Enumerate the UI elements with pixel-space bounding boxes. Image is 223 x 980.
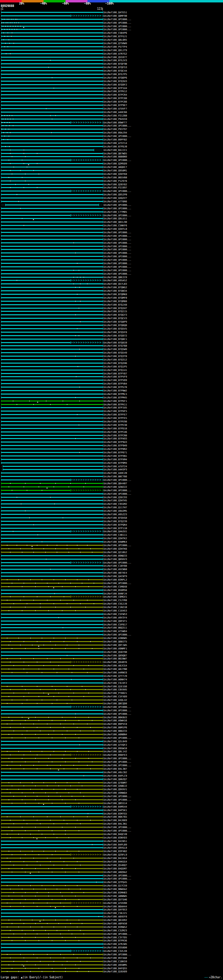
alignment-bar[interactable] — [1, 273, 103, 274]
hit-accession-link[interactable]: UniRef100_B9PFB2 — [103, 138, 127, 141]
hit-accession-link[interactable]: UniRef100_UPI000... — [103, 709, 132, 712]
alignment-bar[interactable] — [1, 387, 103, 388]
alignment-bar[interactable] — [1, 125, 103, 126]
hit-accession-link[interactable]: UniRef100_B7Q5W9 — [103, 348, 127, 351]
alignment-bar[interactable] — [1, 256, 103, 257]
hit-accession-link[interactable]: UniRef100_B7P9E7 — [103, 104, 127, 107]
hit-accession-link[interactable]: UniRef100_B4Q5M7 — [103, 867, 127, 870]
hit-accession-link[interactable]: UniRef100_B8M1P6 — [103, 726, 127, 729]
alignment-bar[interactable] — [1, 727, 103, 728]
alignment-bar[interactable] — [1, 620, 103, 622]
alignment-bar[interactable] — [1, 655, 103, 656]
alignment-bar[interactable] — [1, 421, 103, 422]
alignment-bar[interactable] — [1, 672, 103, 673]
hit-accession-link[interactable]: UniRef100_B3M7G5 — [103, 813, 127, 815]
alignment-bar[interactable] — [1, 610, 103, 611]
hit-accession-link[interactable]: UniRef100_B7QF9B — [103, 62, 127, 65]
hit-accession-link[interactable]: UniRef100_Q54DQ7 — [103, 864, 127, 867]
hit-accession-link[interactable]: UniRef100_B7P9H9 — [103, 444, 127, 447]
alignment-bar[interactable] — [1, 280, 71, 281]
hit-accession-link[interactable]: UniRef100_A8Q9A2 — [103, 871, 127, 873]
hit-accession-link[interactable]: UniRef100_Q29FL9 — [103, 853, 127, 856]
alignment-bar[interactable] — [1, 342, 71, 343]
hit-accession-link[interactable]: UniRef100_B7FGJ1 — [103, 35, 127, 38]
alignment-bar[interactable] — [1, 301, 103, 302]
hit-accession-link[interactable]: UniRef100_B7P8R2 — [103, 448, 127, 450]
alignment-bar[interactable] — [1, 954, 103, 955]
hit-accession-link[interactable]: UniRef100_P78021 — [103, 692, 127, 695]
alignment-bar[interactable] — [1, 503, 103, 504]
hit-accession-link[interactable]: UniRef100_Q3HTL0 — [103, 228, 127, 231]
alignment-bar[interactable] — [1, 885, 103, 886]
hit-accession-link[interactable]: UniRef100_UPI000... — [103, 18, 132, 21]
alignment-bar[interactable] — [1, 483, 103, 484]
alignment-bar[interactable] — [1, 658, 103, 659]
alignment-bar[interactable] — [3, 469, 103, 470]
alignment-bar[interactable] — [1, 579, 103, 580]
hit-accession-link[interactable]: UniRef100_B7QMF0 — [103, 296, 127, 299]
hit-accession-link[interactable]: UniRef100_UPI000... — [103, 757, 132, 760]
hit-accession-link[interactable]: UniRef100_B4L3B7 — [103, 768, 127, 770]
alignment-bar[interactable] — [1, 321, 103, 322]
alignment-bar[interactable] — [1, 397, 103, 398]
alignment-bar[interactable] — [1, 706, 71, 708]
hit-accession-link[interactable]: UniRef100_B7PC88 — [103, 97, 127, 100]
hit-accession-link[interactable]: UniRef100_B7Q9F2 — [103, 83, 127, 86]
alignment-bar[interactable] — [1, 765, 103, 766]
hit-accession-link[interactable]: UniRef100_Q3HTK6 — [103, 547, 127, 550]
hit-accession-link[interactable]: UniRef100_C9SSM2 — [103, 503, 127, 506]
hit-accession-link[interactable]: UniRef100_B7QGY3 — [103, 313, 127, 317]
hit-accession-link[interactable]: UniRef100_A5CN60 — [103, 568, 127, 571]
alignment-bar[interactable] — [1, 847, 103, 848]
alignment-bar[interactable] — [1, 854, 71, 855]
hit-accession-link[interactable]: UniRef100_UPI000... — [103, 706, 132, 708]
alignment-bar[interactable] — [1, 535, 103, 535]
hit-accession-link[interactable]: UniRef100_C4B111 — [103, 534, 127, 536]
alignment-bar[interactable] — [1, 531, 71, 532]
hit-accession-link[interactable]: UniRef100_Q67WD5 — [103, 152, 127, 155]
hit-accession-link[interactable]: UniRef100_B7QJX8 — [103, 304, 127, 306]
hit-accession-link[interactable]: UniRef100_Q952P0 — [103, 193, 127, 196]
hit-accession-link[interactable]: UniRef100_B4WMK4 — [103, 541, 127, 543]
hit-accession-link[interactable]: UniRef100_UPI000... — [103, 266, 132, 268]
alignment-bar[interactable] — [1, 768, 103, 769]
alignment-bar[interactable] — [1, 232, 103, 233]
hit-accession-link[interactable]: UniRef100_Q4Q2V7 — [103, 197, 127, 200]
hit-accession-link[interactable]: UniRef100_A9LCB2 — [103, 771, 127, 774]
alignment-bar[interactable] — [1, 417, 103, 418]
hit-accession-link[interactable]: UniRef100_UPI000... — [103, 231, 132, 234]
alignment-bar[interactable] — [1, 191, 71, 192]
hit-accession-link[interactable]: UniRef100_A8PA50 — [103, 922, 127, 925]
alignment-bar[interactable] — [1, 902, 71, 904]
hit-accession-link[interactable]: UniRef100_A9WH16 — [103, 719, 127, 722]
hit-accession-link[interactable]: UniRef100_A4HC66 — [103, 111, 127, 114]
hit-accession-link[interactable]: UniRef100_UPI000... — [103, 933, 132, 935]
hit-accession-link[interactable]: UniRef100_B7PXM4 — [103, 458, 127, 461]
hit-accession-link[interactable]: UniRef100_B7PM45 — [103, 396, 127, 399]
hit-accession-link[interactable]: UniRef100_B0WXA2 — [103, 888, 127, 891]
hit-accession-link[interactable]: UniRef100_B9ND33 — [103, 555, 127, 557]
hit-accession-link[interactable]: UniRef100_B7Q5F8 — [103, 331, 127, 334]
alignment-bar[interactable] — [1, 438, 103, 439]
alignment-bar[interactable] — [1, 57, 103, 58]
hit-accession-link[interactable]: UniRef100_C5FW53 — [103, 613, 127, 616]
hit-accession-link[interactable]: UniRef100_Q7PQ45 — [103, 881, 127, 884]
alignment-bar[interactable] — [1, 486, 103, 487]
alignment-bar[interactable] — [1, 246, 103, 247]
alignment-bar[interactable] — [1, 541, 103, 542]
hit-accession-link[interactable]: UniRef100_Q17C59 — [103, 885, 127, 887]
alignment-bar[interactable] — [1, 425, 103, 425]
hit-accession-link[interactable]: UniRef100_B7G7P5 — [103, 73, 127, 76]
alignment-bar[interactable] — [1, 569, 103, 570]
alignment-bar[interactable] — [1, 60, 103, 61]
alignment-bar[interactable] — [1, 225, 103, 226]
alignment-bar[interactable] — [1, 479, 71, 480]
alignment-bar[interactable] — [1, 43, 103, 44]
alignment-bar[interactable] — [3, 466, 103, 467]
alignment-bar[interactable] — [1, 837, 103, 838]
hit-accession-link[interactable]: UniRef100_C5KJZ1 — [103, 912, 127, 915]
alignment-bar[interactable] — [1, 290, 103, 291]
alignment-bar[interactable] — [1, 339, 103, 340]
alignment-bar[interactable] — [1, 665, 103, 666]
hit-accession-link[interactable]: UniRef100_A9NWQ4 — [103, 792, 127, 794]
